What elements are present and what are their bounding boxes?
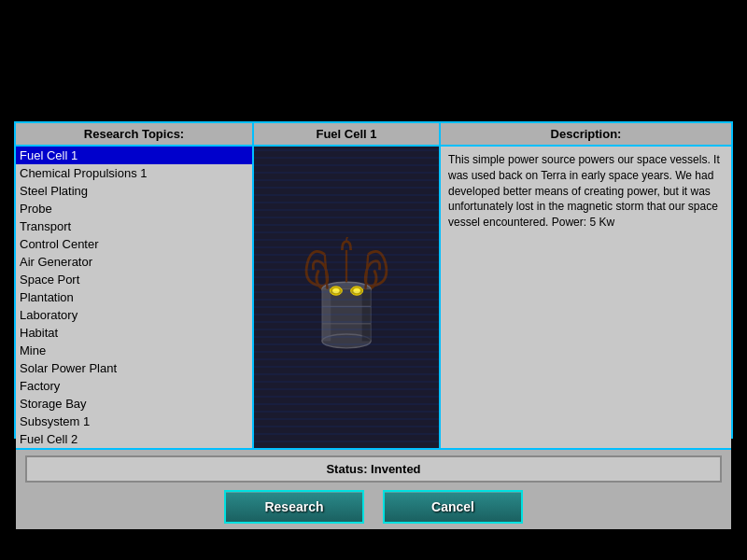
research-dialog: Research Topics: Fuel Cell 1Chemical Pro… [14,121,733,439]
right-panel: Description: This simple power source po… [441,123,731,448]
status-bar: Status: Invented [25,455,722,483]
list-item[interactable]: Mine [16,342,252,359]
list-item[interactable]: Control Center [16,235,252,253]
list-item[interactable]: Storage Bay [16,395,252,413]
cancel-button[interactable]: Cancel [383,490,523,524]
list-item[interactable]: Probe [16,200,252,217]
fuel-cell-image [290,237,402,358]
research-topics-header: Research Topics: [16,123,252,147]
description-header: Description: [441,123,731,147]
svg-point-10 [353,287,359,293]
list-item[interactable]: Chemical Propulsions 1 [16,164,252,182]
left-panel: Research Topics: Fuel Cell 1Chemical Pro… [16,123,254,448]
list-item[interactable]: Fuel Cell 2 [16,430,252,448]
list-item[interactable]: Subsystem 1 [16,413,252,430]
list-item[interactable]: Habitat [16,324,252,342]
list-container: Fuel Cell 1Chemical Propulsions 1Steel P… [16,147,252,448]
svg-point-8 [332,287,339,293]
item-image-area [254,147,439,448]
list-item[interactable]: Fuel Cell 1 [16,147,252,164]
list-item[interactable]: Steel Plating [16,182,252,200]
list-item[interactable]: Factory [16,377,252,395]
list-item[interactable]: Plantation [16,288,252,306]
dialog-content: Research Topics: Fuel Cell 1Chemical Pro… [16,123,731,450]
bottom-section: Status: Invented Research Cancel [16,450,731,529]
svg-rect-5 [322,288,331,341]
middle-panel: Fuel Cell 1 [254,123,441,448]
description-text[interactable]: This simple power source powers our spac… [441,147,731,448]
item-title: Fuel Cell 1 [254,123,439,147]
research-button[interactable]: Research [224,490,364,524]
list-item[interactable]: Air Generator [16,253,252,271]
list-item[interactable]: Laboratory [16,306,252,324]
svg-rect-6 [362,288,371,341]
button-row: Research Cancel [25,490,722,524]
list-item[interactable]: Space Port [16,271,252,288]
list-item[interactable]: Solar Power Plant [16,359,252,377]
list-item[interactable]: Transport [16,217,252,235]
research-list[interactable]: Fuel Cell 1Chemical Propulsions 1Steel P… [16,147,252,448]
